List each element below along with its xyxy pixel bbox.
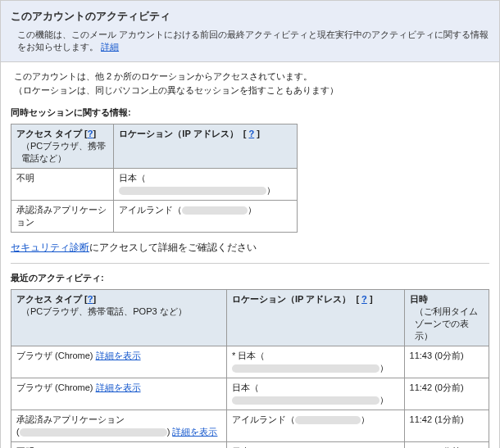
table-row: 不明 日本（x）	[11, 169, 298, 201]
access-line1: このアカウントは、他 2 か所のロケーションからアクセスされています。	[11, 70, 489, 83]
detail-link[interactable]: 詳細を表示	[172, 427, 217, 437]
help-link[interactable]: ?	[248, 129, 254, 138]
page-content: このアカウントは、他 2 か所のロケーションからアクセスされています。 （ロケー…	[1, 62, 499, 448]
col-location: ロケーション（IP アドレス） [ ? ]	[114, 124, 298, 169]
table-row: ブラウザ (Chrome) 詳細を表示日本（x）11:42 (0分前)	[11, 378, 489, 410]
table-row: 不明日本（x）11:37 (5分前)	[11, 442, 489, 449]
page-title: このアカウントのアクティビティ	[11, 9, 489, 24]
redacted-ip: x	[119, 187, 266, 195]
table-row: ブラウザ (Chrome) 詳細を表示* 日本（x）11:43 (0分前)	[11, 346, 489, 378]
divider	[11, 263, 489, 264]
redacted-text: x	[20, 428, 167, 437]
col-datetime: 日時 （ご利用タイム ゾーンでの表示）	[404, 290, 489, 346]
concurrent-title: 同時セッションに関する情報:	[11, 106, 489, 119]
help-link[interactable]: ?	[88, 129, 93, 138]
access-line2: （ロケーションは、同じパソコン上の異なるセッションを指すこともあります）	[11, 84, 489, 97]
redacted-ip: x	[232, 364, 380, 373]
security-diag-link[interactable]: セキュリティ診断	[11, 242, 89, 253]
security-line: セキュリティ診断にアクセスして詳細をご確認ください	[11, 241, 489, 255]
recent-table: アクセス タイプ [?] （PCブラウザ、携帯電話、POP3 など） ロケーショ…	[11, 289, 489, 448]
table-row: 承認済みアプリケーション(x) 詳細を表示アイルランド（x）11:42 (1分前…	[11, 410, 489, 442]
detail-link[interactable]: 詳細を表示	[96, 351, 141, 360]
table-row: 承認済みアプリケーション アイルランド（x）	[11, 201, 298, 233]
concurrent-table: アクセス タイプ [?] （PCブラウザ、携帯電話など） ロケーション（IP ア…	[11, 124, 298, 233]
redacted-ip: x	[295, 416, 361, 424]
redacted-ip: x	[232, 396, 380, 405]
access-info: このアカウントは、他 2 か所のロケーションからアクセスされています。 （ロケー…	[11, 70, 489, 97]
redacted-ip: x	[182, 206, 248, 215]
activity-page: このアカウントのアクティビティ この機能は、このメール アカウントにおける前回の…	[0, 0, 500, 448]
help-link[interactable]: ?	[361, 294, 367, 304]
col-access-type: アクセス タイプ [?] （PCブラウザ、携帯電話、POP3 など）	[11, 290, 227, 346]
page-description: この機能は、このメール アカウントにおける前回の最終アクティビティと現在実行中の…	[11, 29, 489, 53]
detail-link[interactable]: 詳細を表示	[96, 382, 141, 392]
recent-title: 最近のアクティビティ:	[11, 272, 489, 284]
page-header: このアカウントのアクティビティ この機能は、このメール アカウントにおける前回の…	[1, 1, 499, 62]
details-link[interactable]: 詳細	[101, 42, 119, 52]
col-access-type: アクセス タイプ [?] （PCブラウザ、携帯電話など）	[11, 124, 114, 169]
help-link[interactable]: ?	[88, 294, 93, 304]
col-location: ロケーション（IP アドレス） [ ? ]	[227, 290, 405, 346]
